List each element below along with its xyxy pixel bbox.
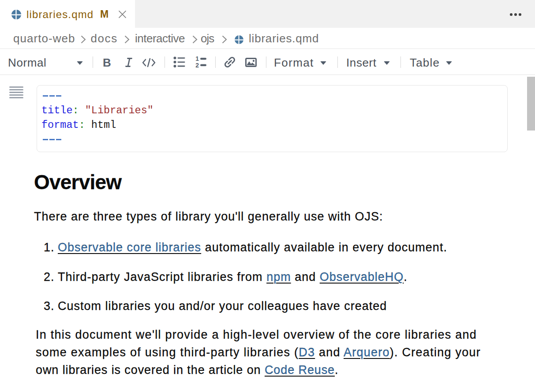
svg-text:2: 2 [195,62,199,68]
svg-text:1: 1 [195,56,199,62]
